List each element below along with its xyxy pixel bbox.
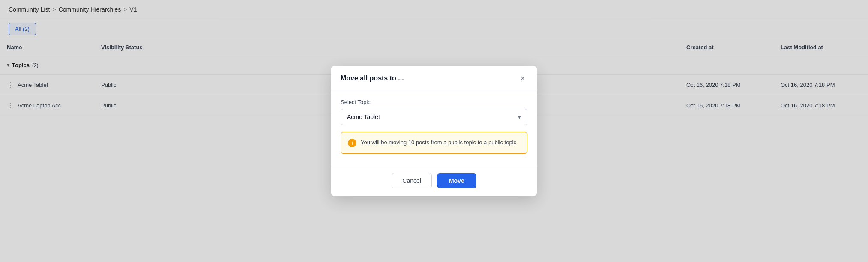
modal-dialog: Move all posts to ... × Select Topic Acm… xyxy=(331,66,537,116)
select-topic-label: Select Topic xyxy=(341,99,527,105)
modal-overlay: Move all posts to ... × Select Topic Acm… xyxy=(0,0,868,116)
modal-close-button[interactable]: × xyxy=(518,74,527,83)
topic-select[interactable]: Acme Tablet ▾ xyxy=(341,109,527,116)
topic-select-value: Acme Tablet xyxy=(347,113,380,116)
modal-body: Select Topic Acme Tablet ▾ i You will be… xyxy=(331,89,537,116)
chevron-down-icon: ▾ xyxy=(518,114,521,116)
modal-title: Move all posts to ... xyxy=(341,74,404,82)
modal-header: Move all posts to ... × xyxy=(331,66,537,89)
